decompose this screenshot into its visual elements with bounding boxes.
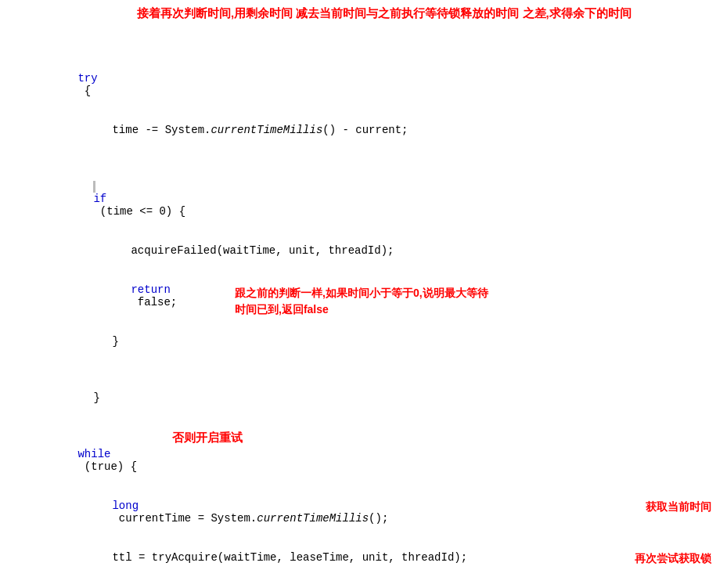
line-code: }: [35, 379, 727, 417]
annotation-try-acquire: 再次尝试获取锁: [617, 539, 711, 579]
annotation-return-false: 跟之前的判断一样,如果时间小于等于0,说明最大等待 时间已到,返回false: [235, 269, 488, 318]
line-code: time -= System.currentTimeMillis() - cur…: [35, 111, 727, 149]
code-line-2: if (time <= 0) {: [0, 167, 727, 231]
line-code: acquireFailed(waitTime, unit, threadId);: [35, 232, 727, 269]
code-line-try: try {: [0, 59, 727, 110]
code-line-1: time -= System.currentTimeMillis() - cur…: [0, 110, 727, 150]
code-line-8: ttl = tryAcquire(waitTime, leaseTime, un…: [0, 538, 727, 577]
annotation-get-time: 获取当前时间: [628, 488, 711, 527]
code-line-7: long currentTime = System.currentTimeMil…: [0, 486, 727, 538]
code-line-6: }: [0, 378, 727, 417]
line-code: try {: [35, 60, 727, 110]
code-line-3: acquireFailed(waitTime, unit, threadId);: [0, 231, 727, 270]
line-code: while (true) {: [35, 435, 727, 485]
code-container: 接着再次判断时间,用剩余时间 减去当前时间与之前执行等待锁释放的时间 之差,求得…: [0, 0, 727, 588]
annotation-while: 否则开启重试: [153, 417, 243, 459]
line-code: // lock acquired: [35, 578, 727, 588]
code-line-blank: [0, 150, 727, 167]
code-line-blank3: [0, 417, 727, 435]
line-code: if (time <= 0) {: [35, 168, 727, 230]
code-line-blank2: [0, 361, 727, 378]
keyword-try: try: [77, 72, 97, 85]
code-text: {: [77, 85, 91, 97]
code-line-comment: // lock acquired: [0, 577, 727, 588]
annotation-top: 接着再次判断时间,用剩余时间 减去当前时间与之前执行等待锁释放的时间 之差,求得…: [137, 5, 723, 23]
code-line-4: return false; 跟之前的判断一样,如果时间小于等于0,说明最大等待 …: [0, 270, 727, 322]
line-code: long currentTime = System.currentTimeMil…: [35, 487, 727, 537]
line-code: }: [35, 323, 727, 360]
code-line-while: while (true) { 否则开启重试: [0, 435, 727, 486]
code-line-5: }: [0, 322, 727, 361]
